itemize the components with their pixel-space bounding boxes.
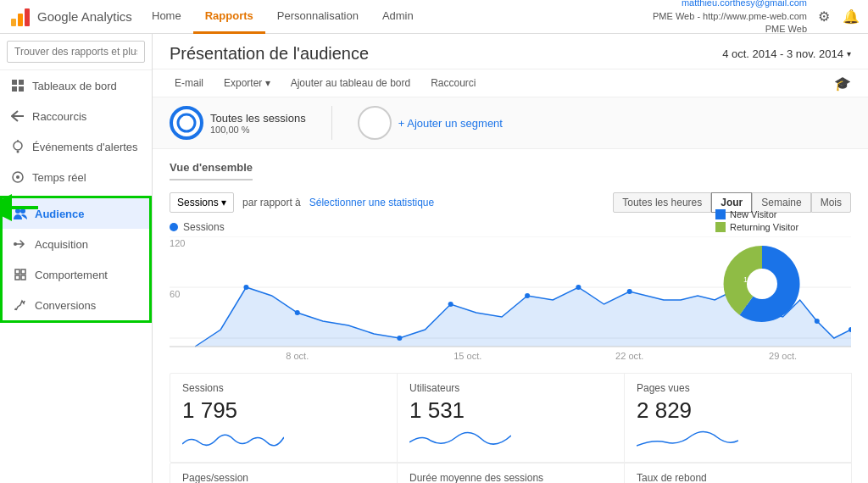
stats-row-1: Sessions 1 795 Utilisateurs 1 531 Pages … bbox=[153, 366, 868, 463]
notification-icon[interactable]: 🔔 bbox=[843, 8, 860, 25]
sidebar-item-acquisition[interactable]: Acquisition bbox=[3, 229, 149, 259]
segment-circle bbox=[170, 106, 203, 140]
sidebar-label-conversions: Conversions bbox=[35, 299, 96, 312]
sidebar-item-raccourcis[interactable]: Raccourcis bbox=[0, 101, 152, 131]
sidebar-item-evenements[interactable]: Événements d'alertes bbox=[0, 131, 152, 162]
main-nav: Home Rapports Personnalisation Admin bbox=[140, 0, 653, 34]
svg-rect-0 bbox=[11, 19, 16, 26]
legend-label: Sessions bbox=[183, 221, 225, 233]
svg-point-28 bbox=[295, 310, 300, 315]
stat-sessions-label: Sessions bbox=[182, 382, 385, 394]
date-range-picker[interactable]: 4 oct. 2014 - 3 nov. 2014 ▾ bbox=[722, 47, 851, 60]
highlighted-menu-group: Audience Acquisition Comportement bbox=[0, 196, 152, 323]
svg-rect-2 bbox=[25, 8, 30, 26]
stat-rebond: Taux de rebond 74,93 % bbox=[624, 463, 852, 483]
stat-utilisateurs-value: 1 531 bbox=[409, 397, 612, 424]
stat-duree-label: Durée moyenne des sessions bbox=[409, 472, 612, 483]
pie-legend: New Visitor Returning Visitor bbox=[715, 209, 868, 232]
sidebar-item-audience[interactable]: Audience bbox=[3, 198, 149, 229]
pages-vues-sparkline bbox=[637, 427, 738, 451]
stat-pages-vues-label: Pages vues bbox=[637, 382, 839, 394]
svg-point-29 bbox=[397, 336, 402, 341]
sidebar-label-comportement: Comportement bbox=[35, 269, 108, 281]
svg-rect-1 bbox=[18, 14, 23, 26]
svg-rect-17 bbox=[15, 275, 19, 280]
export-button[interactable]: Exporter ▾ bbox=[219, 75, 275, 92]
stat-pages-session: Pages/session 1,58 bbox=[170, 463, 398, 483]
svg-point-9 bbox=[17, 151, 19, 153]
metric-selector[interactable]: Sessions ▾ bbox=[170, 192, 234, 213]
new-visitor-color bbox=[715, 209, 726, 219]
sidebar-label-audience: Audience bbox=[35, 208, 85, 220]
sidebar-item-tableaux[interactable]: Tableaux de bord bbox=[0, 70, 152, 101]
returning-visitor-color bbox=[715, 222, 726, 232]
svg-point-33 bbox=[627, 289, 632, 294]
svg-rect-4 bbox=[19, 80, 24, 85]
temps-reel-icon bbox=[10, 169, 25, 185]
utilisateurs-sparkline bbox=[409, 427, 511, 451]
header-right: matthieu.corthesy@gmail.com PME Web - ht… bbox=[653, 0, 860, 36]
date-range-text: 4 oct. 2014 - 3 nov. 2014 bbox=[722, 47, 843, 60]
sidebar-label-raccourcis: Raccourcis bbox=[32, 110, 86, 123]
stat-sessions-value: 1 795 bbox=[182, 397, 385, 424]
email-button[interactable]: E-mail bbox=[170, 75, 209, 92]
svg-point-7 bbox=[14, 142, 22, 150]
comportement-icon bbox=[13, 267, 28, 282]
segment-bar: Toutes les sessions 100,00 % + Ajouter u… bbox=[153, 97, 868, 149]
time-toutes-heures[interactable]: Toutes les heures bbox=[613, 192, 711, 213]
svg-rect-18 bbox=[21, 275, 25, 280]
settings-icon[interactable]: ⚙ bbox=[815, 8, 832, 25]
nav-home[interactable]: Home bbox=[140, 0, 193, 34]
new-visitor-label: New Visitor bbox=[730, 209, 776, 219]
chart-wrapper: Sessions 120 60 bbox=[153, 218, 868, 366]
nav-personnalisation[interactable]: Personnalisation bbox=[265, 0, 370, 34]
grid-icon bbox=[10, 78, 25, 93]
logo: Google Analytics bbox=[8, 5, 140, 29]
header: Google Analytics Home Rapports Personnal… bbox=[0, 0, 868, 34]
segment-name: Toutes les sessions bbox=[210, 112, 306, 125]
legend-dot bbox=[170, 223, 178, 231]
add-segment-circle bbox=[358, 106, 392, 140]
page-title: Présentation de l'audience bbox=[170, 44, 369, 64]
user-email: matthieu.corthesy@gmail.com bbox=[653, 0, 807, 10]
svg-text:60: 60 bbox=[170, 289, 180, 299]
sidebar-item-temps-reel[interactable]: Temps réel bbox=[0, 162, 152, 192]
add-segment-label: + Ajouter un segment bbox=[398, 117, 503, 130]
sidebar-item-conversions[interactable]: Conversions bbox=[3, 290, 149, 320]
main-layout: Tableaux de bord Raccourcis Événements d… bbox=[0, 34, 868, 483]
add-dashboard-button[interactable]: Ajouter au tableau de bord bbox=[286, 75, 415, 92]
svg-rect-6 bbox=[19, 86, 24, 92]
svg-rect-15 bbox=[15, 269, 19, 274]
add-segment-button[interactable]: + Ajouter un segment bbox=[358, 106, 503, 140]
shortcut-button[interactable]: Raccourci bbox=[426, 75, 481, 92]
pie-legend-new: New Visitor bbox=[715, 209, 868, 219]
audience-icon bbox=[13, 206, 28, 221]
stat-duree: Durée moyenne des sessions 00:01:26 bbox=[397, 463, 625, 483]
sidebar-item-comportement[interactable]: Comportement bbox=[3, 259, 149, 290]
pie-chart-container: New Visitor Returning Visitor 18,4% bbox=[715, 209, 868, 333]
search-input[interactable] bbox=[7, 41, 145, 63]
svg-text:120: 120 bbox=[170, 238, 185, 248]
nav-rapports[interactable]: Rapports bbox=[193, 0, 265, 34]
svg-point-30 bbox=[448, 302, 453, 307]
svg-text:18,4%: 18,4% bbox=[743, 275, 765, 284]
nav-admin[interactable]: Admin bbox=[370, 0, 426, 34]
svg-point-32 bbox=[576, 285, 581, 290]
pie-legend-returning: Returning Visitor bbox=[715, 222, 868, 232]
select-stat-link[interactable]: Sélectionner une statistique bbox=[309, 197, 434, 208]
google-analytics-logo bbox=[8, 5, 32, 29]
acquisition-icon bbox=[13, 236, 28, 252]
svg-text:8 oct.: 8 oct. bbox=[286, 351, 309, 361]
par-rapport-text: par rapport à bbox=[242, 197, 301, 208]
evenements-icon bbox=[10, 139, 25, 154]
stat-pages-vues: Pages vues 2 829 bbox=[624, 373, 852, 463]
returning-visitor-label: Returning Visitor bbox=[730, 222, 798, 232]
svg-point-12 bbox=[15, 208, 20, 214]
stat-pages-vues-value: 2 829 bbox=[637, 397, 839, 424]
sidebar-label-evenements: Événements d'alertes bbox=[32, 141, 138, 153]
svg-rect-5 bbox=[12, 86, 17, 92]
conversions-icon bbox=[13, 297, 28, 313]
svg-rect-3 bbox=[12, 80, 17, 85]
segment-info: Toutes les sessions 100,00 % bbox=[210, 112, 306, 135]
sessions-sparkline bbox=[182, 427, 284, 451]
